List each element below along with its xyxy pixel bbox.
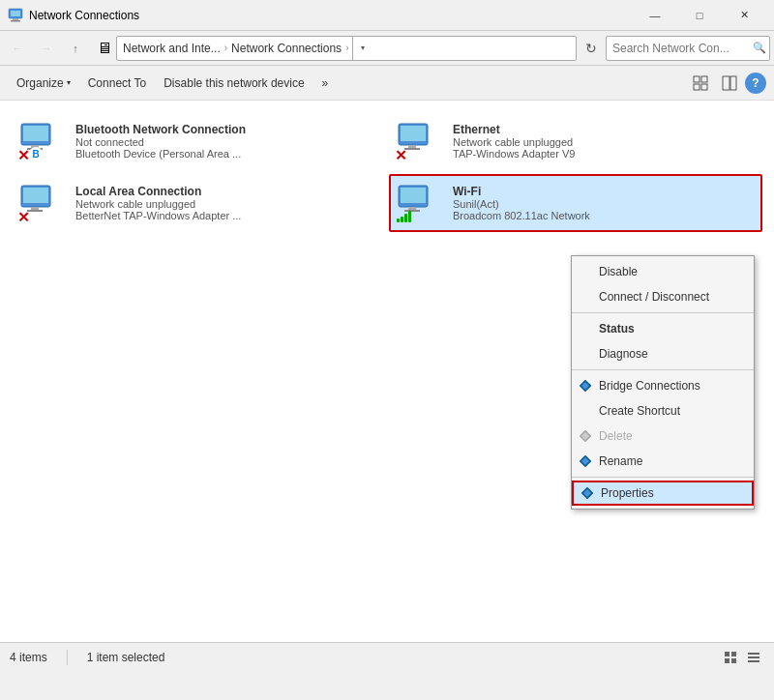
svg-rect-1 [11,11,20,16]
address-path[interactable]: Network and Inte... › Network Connection… [116,36,577,61]
ctx-properties[interactable]: Properties [572,481,754,506]
window-controls: — □ ✕ [633,0,766,31]
item-sub1-wifi: Sunil(Act) [453,198,755,210]
svg-rect-37 [731,658,736,663]
path-dropdown-button[interactable]: ▾ [352,36,372,61]
ctx-delete: Delete [572,423,754,449]
item-info-wifi: Wi-Fi Sunil(Act) Broadcom 802.11ac Netwo… [453,185,755,221]
change-view-button[interactable] [687,70,714,97]
svg-rect-5 [701,76,707,82]
svg-rect-3 [11,20,20,22]
item-sub2-wifi: Broadcom 802.11ac Network [453,210,755,221]
item-count: 4 items [10,651,47,664]
content-area: ✕ B Bluetooth Network Connection Not con… [0,101,774,671]
window-title: Network Connections [29,9,633,22]
item-name: Bluetooth Network Connection [75,123,377,136]
selected-count: 1 item selected [87,651,165,664]
status-bar: 4 items 1 item selected [0,642,774,671]
item-icon-bluetooth: ✕ B [19,122,66,160]
ctx-bridge-connections[interactable]: Bridge Connections [572,373,754,398]
ctx-separator-2 [572,369,754,370]
svg-rect-35 [731,652,736,656]
back-button[interactable]: ← [4,35,31,62]
item-sub1: Not connected [75,136,377,148]
forward-button[interactable]: → [33,35,60,62]
bridge-icon [578,378,593,394]
properties-icon [580,485,595,501]
item-sub1: Network cable unplugged [453,136,755,148]
list-item[interactable]: ✕ B Bluetooth Network Connection Not con… [12,112,385,170]
disable-icon [578,264,593,279]
svg-rect-6 [694,84,700,90]
refresh-button[interactable]: ↻ [579,36,604,61]
organize-dropdown-icon: ▾ [67,78,71,87]
item-info-lan: Local Area Connection Network cable unpl… [75,185,377,221]
ctx-create-shortcut[interactable]: Create Shortcut [572,398,754,423]
address-bar: ← → ↑ 🖥 Network and Inte... › Network Co… [0,31,774,66]
svg-rect-36 [725,658,729,663]
shortcut-icon [578,403,593,419]
help-button[interactable]: ? [745,73,766,94]
svg-rect-15 [401,126,426,141]
item-info-ethernet: Ethernet Network cable unplugged TAP-Win… [453,123,755,160]
item-icon-ethernet: ✕ [397,122,443,160]
delete-icon [578,428,593,444]
svg-rect-7 [701,84,707,90]
svg-rect-34 [725,652,729,656]
item-icon-wifi [397,184,443,222]
item-sub2: BetterNet TAP-Windows Adapter ... [75,210,377,221]
ctx-rename[interactable]: Rename [572,449,754,474]
svg-rect-39 [748,656,759,658]
app-icon [8,8,23,23]
rename-icon [578,453,593,469]
diagnose-icon [578,346,593,362]
search-input[interactable] [606,36,770,61]
svg-rect-4 [694,76,700,82]
path-segment-1: Network and Inte... [123,42,221,55]
item-sub2: Bluetooth Device (Personal Area ... [75,148,377,160]
folder-icon: 🖥 [97,40,112,57]
bluetooth-badge: B [29,147,43,160]
close-button[interactable]: ✕ [722,0,766,31]
items-grid: ✕ B Bluetooth Network Connection Not con… [0,101,774,244]
ctx-disable[interactable]: Disable [572,259,754,284]
svg-rect-23 [401,188,426,203]
ctx-status[interactable]: Status [572,316,754,341]
svg-rect-40 [748,660,759,662]
svg-rect-11 [23,126,48,141]
item-name-wifi: Wi-Fi [453,185,755,198]
disable-device-button[interactable]: Disable this network device [155,70,313,97]
up-button[interactable]: ↑ [62,35,89,62]
title-bar: Network Connections — □ ✕ [0,0,774,31]
path-sep-2: › [345,43,348,53]
list-item-wifi[interactable]: Wi-Fi Sunil(Act) Broadcom 802.11ac Netwo… [389,174,762,232]
error-badge-lan: ✕ [17,209,33,224]
item-icon-lan: ✕ [19,184,66,222]
toolbar-right: ? [687,70,766,97]
context-menu: Disable Connect / Disconnect Status Diag… [571,255,755,510]
minimize-button[interactable]: — [633,0,677,31]
toolbar: Organize ▾ Connect To Disable this netwo… [0,66,774,101]
ctx-connect-disconnect[interactable]: Connect / Disconnect [572,284,754,309]
wifi-signal-icon [397,209,411,222]
organize-button[interactable]: Organize ▾ [8,70,79,97]
status-view-btn-1[interactable] [720,647,741,668]
status-divider [67,650,68,665]
svg-rect-38 [748,653,759,655]
item-name: Ethernet [453,123,755,136]
item-info-bluetooth: Bluetooth Network Connection Not connect… [75,123,377,160]
item-sub1: Network cable unplugged [75,198,377,210]
list-item[interactable]: ✕ Local Area Connection Network cable un… [12,174,385,232]
ctx-separator-3 [572,477,754,478]
ctx-diagnose[interactable]: Diagnose [572,341,754,366]
item-sub2: TAP-Windows Adapter V9 [453,148,755,160]
connect-icon [578,289,593,305]
svg-rect-9 [730,76,736,90]
status-view-btn-2[interactable] [743,647,764,668]
connect-to-button[interactable]: Connect To [79,70,156,97]
list-item[interactable]: ✕ Ethernet Network cable unplugged TAP-W… [389,112,762,170]
more-button[interactable]: » [313,70,338,97]
pane-button[interactable] [716,70,743,97]
maximize-button[interactable]: □ [677,0,722,31]
search-wrapper: 🔍 [606,36,770,61]
